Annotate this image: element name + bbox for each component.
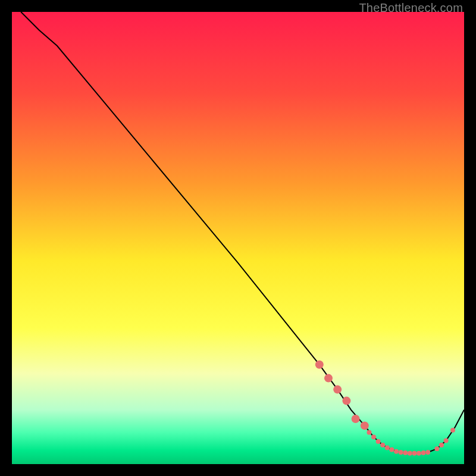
marker-dot	[394, 449, 399, 454]
marker-dot	[421, 450, 426, 455]
marker-dot	[425, 450, 430, 455]
chart-svg	[12, 12, 464, 464]
marker-dot	[389, 447, 394, 452]
marker-dot	[367, 430, 371, 435]
marker-dot	[385, 446, 390, 450]
chart-frame: TheBottleneck.com	[0, 0, 476, 476]
marker-dot	[416, 451, 421, 456]
marker-dot	[380, 443, 385, 447]
chart-plot-area	[12, 12, 464, 464]
chart-background	[12, 12, 464, 464]
marker-dot	[315, 361, 324, 369]
marker-dot	[434, 446, 439, 451]
marker-dot	[361, 421, 369, 430]
marker-dot	[342, 397, 350, 405]
marker-dot	[333, 386, 342, 394]
marker-dot	[444, 439, 449, 443]
marker-dot	[439, 443, 444, 447]
marker-dot	[412, 451, 416, 456]
marker-dot	[450, 428, 455, 433]
marker-dot	[352, 415, 360, 423]
marker-dot	[399, 450, 403, 455]
marker-dot	[376, 439, 381, 444]
marker-dot	[403, 450, 408, 455]
watermark-text: TheBottleneck.com	[359, 1, 463, 15]
marker-dot	[324, 374, 333, 383]
marker-dot	[371, 434, 376, 439]
marker-dot	[408, 451, 412, 456]
